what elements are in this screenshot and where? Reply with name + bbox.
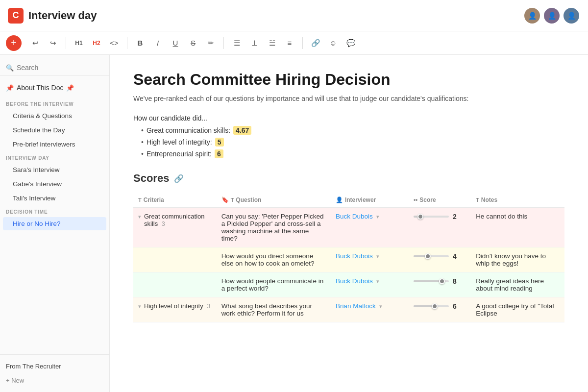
notes-cell-2: Didn't know you have to whip the eggs! xyxy=(471,247,564,272)
bullet-communication: • Great communication skills: 4.67 xyxy=(141,126,564,135)
sidebar-item-schedule-day[interactable]: Schedule the Day xyxy=(3,123,106,137)
slider-track-1[interactable] xyxy=(414,216,449,218)
bullet-integrity: • High level of integrity: 5 xyxy=(141,138,564,147)
search-input[interactable] xyxy=(17,64,103,72)
criteria-cell-1: ▾ Great communication skills 3 xyxy=(133,208,217,247)
interviewer-dropdown-3[interactable]: ▾ xyxy=(376,278,379,284)
bullet-label-3: Entrepreneurial spirit: xyxy=(147,150,212,158)
question-cell-4: What song best describes your work ethic… xyxy=(217,297,331,322)
doc-title: Search Committee Hiring Decision xyxy=(133,71,564,89)
interviewer-cell-2: Buck Dubois ▾ xyxy=(331,247,409,272)
sidebar-item-gabe[interactable]: Gabe's Interview xyxy=(3,177,106,191)
interviewer-link-2[interactable]: Buck Dubois xyxy=(336,252,373,260)
highlight-button[interactable]: ✏ xyxy=(203,35,219,51)
scores-link-icon[interactable]: 🔗 xyxy=(174,174,184,183)
slider-thumb-1[interactable] xyxy=(417,214,423,220)
slider-track-4[interactable] xyxy=(414,305,449,307)
toolbar-divider-3 xyxy=(223,37,224,49)
strikethrough-button[interactable]: S xyxy=(185,35,201,51)
question-cell-2: How would you direct someone else on how… xyxy=(217,247,331,272)
score-value-1: 2 xyxy=(453,213,460,220)
interviewer-dropdown-4[interactable]: ▾ xyxy=(379,303,382,309)
criteria-cell-3 xyxy=(133,272,217,297)
toolbar-divider-2 xyxy=(127,37,127,49)
underline-button[interactable]: U xyxy=(168,35,183,51)
pin-left-icon: 📌 xyxy=(6,84,14,92)
bold-button[interactable]: B xyxy=(132,35,148,51)
sidebar-about-doc[interactable]: 📌 About This Doc 📌 xyxy=(0,80,109,96)
interviewer-link-1[interactable]: Buck Dubois xyxy=(336,213,373,220)
sidebar-item-hire-or-no-hire[interactable]: Hire or No Hire? xyxy=(3,217,106,230)
redo-button[interactable]: ↪ xyxy=(45,35,61,51)
interviewer-dropdown-1[interactable]: ▾ xyxy=(376,214,379,220)
table-row: How would you direct someone else on how… xyxy=(133,247,564,272)
th-score-icon: •• xyxy=(414,196,417,203)
interviewer-dropdown-2[interactable]: ▾ xyxy=(376,253,379,259)
add-content-button[interactable]: + xyxy=(6,35,22,51)
question-cell-3: How would people communicate in a perfec… xyxy=(217,272,331,297)
main-layout: 🔍 📌 About This Doc 📌 BEFORE THE INTERVIE… xyxy=(0,55,588,392)
italic-button[interactable]: I xyxy=(150,35,166,51)
table-header-row: T Criteria 🔖 T Question 👤 xyxy=(133,193,564,208)
sidebar-item-criteria-questions[interactable]: Criteria & Questions xyxy=(3,109,106,122)
sidebar-item-prebrief[interactable]: Pre-brief interviewers xyxy=(3,138,106,151)
interviewer-link-4[interactable]: Brian Matlock xyxy=(336,302,376,310)
th-score: •• Score xyxy=(409,193,471,208)
th-bookmark-icon: 🔖 xyxy=(221,196,229,203)
th-notes-t-icon: T xyxy=(476,197,479,203)
slider-thumb-3[interactable] xyxy=(439,278,445,284)
score-communication: 4.67 xyxy=(233,126,251,135)
link-button[interactable]: 🔗 xyxy=(308,35,323,51)
expand-icon-4[interactable]: ▾ xyxy=(138,303,141,310)
slider-thumb-2[interactable] xyxy=(425,253,431,259)
search-icon: 🔍 xyxy=(6,64,14,72)
align-button[interactable]: ☰ xyxy=(229,35,245,51)
indent-button[interactable]: ⊥ xyxy=(246,35,262,51)
notes-cell-3: Really great ideas here about mind readi… xyxy=(471,272,564,297)
sidebar-new-button[interactable]: + New xyxy=(0,374,109,387)
h1-button[interactable]: H1 xyxy=(71,35,87,51)
th-criteria-icon: T xyxy=(138,197,142,203)
sidebar-item-sara[interactable]: Sara's Interview xyxy=(3,163,106,176)
expand-icon-1[interactable]: ▾ xyxy=(138,214,141,220)
score-cell-3: 8 xyxy=(409,272,471,297)
avatar-user3[interactable]: 👤 xyxy=(563,7,580,24)
candidate-bullets: • Great communication skills: 4.67 • Hig… xyxy=(133,126,564,158)
th-notes: T Notes xyxy=(471,193,564,208)
interviewer-link-3[interactable]: Buck Dubois xyxy=(336,277,373,285)
slider-track-2[interactable] xyxy=(414,255,449,257)
th-question-t-icon: T xyxy=(231,197,234,203)
search-box: 🔍 xyxy=(0,60,109,76)
slider-thumb-4[interactable] xyxy=(432,303,438,309)
th-person-icon: 👤 xyxy=(336,196,343,203)
th-question-label: Question xyxy=(236,196,261,203)
bullet-label-1: Great communication skills: xyxy=(147,126,230,134)
app-header: C Interview day 👤 👤 👤 xyxy=(0,0,588,31)
notes-cell-1: He cannot do this xyxy=(471,208,564,247)
pin-right-icon: 📌 xyxy=(66,84,74,92)
ordered-list-button[interactable]: ≡ xyxy=(282,35,297,51)
undo-button[interactable]: ↩ xyxy=(27,35,43,51)
emoji-button[interactable]: ☺ xyxy=(325,35,341,51)
section-label-before-interview: BEFORE THE INTERVIEW xyxy=(0,98,109,109)
avatar-user2[interactable]: 👤 xyxy=(543,7,561,24)
avatar-user1[interactable]: 👤 xyxy=(523,7,541,24)
sidebar: 🔍 📌 About This Doc 📌 BEFORE THE INTERVIE… xyxy=(0,55,110,392)
how-did-text: How our candidate did... xyxy=(133,114,564,122)
table-row: How would people communicate in a perfec… xyxy=(133,272,564,297)
sidebar-item-tali[interactable]: Tali's Interview xyxy=(3,192,106,205)
bullet-list-button[interactable]: ☱ xyxy=(264,35,280,51)
toolbar-divider-4 xyxy=(302,37,303,49)
th-criteria: T Criteria xyxy=(133,193,217,208)
th-interviewer-label: Interviewer xyxy=(345,196,376,203)
h2-button[interactable]: H2 xyxy=(89,35,104,51)
scores-section-header: Scores 🔗 xyxy=(133,172,564,185)
th-notes-label: Notes xyxy=(481,196,497,203)
th-score-label: Score xyxy=(419,196,436,203)
code-button[interactable]: <> xyxy=(106,35,122,51)
interviewer-cell-4: Brian Matlock ▾ xyxy=(331,297,409,322)
question-cell-1: Can you say: 'Peter Pepper Picked a Pick… xyxy=(217,208,331,247)
comment-button[interactable]: 💬 xyxy=(343,35,359,51)
criteria-num-1: 3 xyxy=(162,220,165,227)
slider-track-3[interactable] xyxy=(414,280,449,282)
